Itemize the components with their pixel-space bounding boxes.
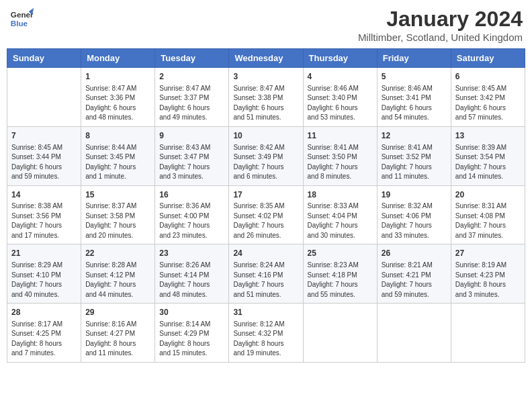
calendar-cell: 22Sunrise: 8:28 AM Sunset: 4:12 PM Dayli… [81,244,155,304]
cell-info: Sunrise: 8:37 AM Sunset: 3:58 PM Dayligh… [85,201,150,240]
calendar-cell: 20Sunrise: 8:31 AM Sunset: 4:08 PM Dayli… [451,185,525,244]
weekday-header-wednesday: Wednesday [229,49,303,68]
calendar-cell: 17Sunrise: 8:35 AM Sunset: 4:02 PM Dayli… [229,185,303,244]
calendar-cell [303,304,377,363]
day-number: 26 [382,248,447,259]
day-number: 18 [308,189,373,201]
day-number: 1 [85,71,150,83]
cell-info: Sunrise: 8:28 AM Sunset: 4:12 PM Dayligh… [85,261,150,300]
weekday-header-row: SundayMondayTuesdayWednesdayThursdayFrid… [7,49,525,68]
cell-info: Sunrise: 8:46 AM Sunset: 3:41 PM Dayligh… [382,84,447,123]
cell-info: Sunrise: 8:14 AM Sunset: 4:29 PM Dayligh… [159,320,224,359]
calendar-cell: 11Sunrise: 8:41 AM Sunset: 3:50 PM Dayli… [303,126,377,185]
calendar-cell: 23Sunrise: 8:26 AM Sunset: 4:14 PM Dayli… [155,244,229,304]
weekday-header-tuesday: Tuesday [155,49,229,68]
day-number: 8 [85,130,150,142]
calendar-cell: 29Sunrise: 8:16 AM Sunset: 4:27 PM Dayli… [81,304,155,363]
calendar-cell [7,68,81,127]
cell-info: Sunrise: 8:39 AM Sunset: 3:54 PM Dayligh… [455,143,521,182]
calendar-cell [451,304,525,363]
cell-info: Sunrise: 8:32 AM Sunset: 4:06 PM Dayligh… [382,201,447,240]
cell-info: Sunrise: 8:29 AM Sunset: 4:10 PM Dayligh… [11,261,77,300]
day-number: 29 [85,307,150,318]
cell-info: Sunrise: 8:46 AM Sunset: 3:40 PM Dayligh… [308,84,373,123]
day-number: 15 [85,189,150,201]
calendar-cell [377,304,451,363]
cell-info: Sunrise: 8:45 AM Sunset: 3:44 PM Dayligh… [11,143,77,182]
calendar-week-1: 1Sunrise: 8:47 AM Sunset: 3:36 PM Daylig… [7,68,525,127]
cell-info: Sunrise: 8:42 AM Sunset: 3:49 PM Dayligh… [233,143,298,182]
calendar-cell: 9Sunrise: 8:43 AM Sunset: 3:47 PM Daylig… [155,126,229,185]
day-number: 4 [308,71,373,83]
calendar-cell: 6Sunrise: 8:45 AM Sunset: 3:42 PM Daylig… [451,68,525,127]
day-number: 30 [159,307,224,318]
day-number: 27 [455,248,521,259]
day-number: 25 [308,248,373,259]
calendar-cell: 1Sunrise: 8:47 AM Sunset: 3:36 PM Daylig… [81,68,155,127]
calendar-cell: 3Sunrise: 8:47 AM Sunset: 3:38 PM Daylig… [229,68,303,127]
calendar-cell: 24Sunrise: 8:24 AM Sunset: 4:16 PM Dayli… [229,244,303,304]
day-number: 28 [11,307,77,318]
cell-info: Sunrise: 8:44 AM Sunset: 3:45 PM Dayligh… [85,143,150,182]
cell-info: Sunrise: 8:43 AM Sunset: 3:47 PM Dayligh… [159,143,224,182]
day-number: 2 [159,71,224,83]
calendar-week-3: 14Sunrise: 8:38 AM Sunset: 3:56 PM Dayli… [7,185,525,244]
day-number: 9 [159,130,224,142]
logo: General Blue [9,7,34,31]
cell-info: Sunrise: 8:26 AM Sunset: 4:14 PM Dayligh… [159,261,224,300]
cell-info: Sunrise: 8:12 AM Sunset: 4:32 PM Dayligh… [233,320,298,359]
day-number: 20 [455,189,521,201]
cell-info: Sunrise: 8:38 AM Sunset: 3:56 PM Dayligh… [11,201,77,240]
calendar-cell: 18Sunrise: 8:33 AM Sunset: 4:04 PM Dayli… [303,185,377,244]
logo-icon: General Blue [9,7,34,31]
calendar-cell: 13Sunrise: 8:39 AM Sunset: 3:54 PM Dayli… [451,126,525,185]
cell-info: Sunrise: 8:47 AM Sunset: 3:36 PM Dayligh… [85,84,150,123]
calendar-cell: 14Sunrise: 8:38 AM Sunset: 3:56 PM Dayli… [7,185,81,244]
calendar-week-4: 21Sunrise: 8:29 AM Sunset: 4:10 PM Dayli… [7,244,525,304]
cell-info: Sunrise: 8:17 AM Sunset: 4:25 PM Dayligh… [11,320,77,359]
calendar-cell: 16Sunrise: 8:36 AM Sunset: 4:00 PM Dayli… [155,185,229,244]
cell-info: Sunrise: 8:31 AM Sunset: 4:08 PM Dayligh… [455,201,521,240]
calendar-cell: 19Sunrise: 8:32 AM Sunset: 4:06 PM Dayli… [377,185,451,244]
day-number: 21 [11,248,77,259]
calendar-cell: 5Sunrise: 8:46 AM Sunset: 3:41 PM Daylig… [377,68,451,127]
weekday-header-sunday: Sunday [7,49,81,68]
calendar-cell: 12Sunrise: 8:41 AM Sunset: 3:52 PM Dayli… [377,126,451,185]
location-title: Milltimber, Scotland, United Kingdom [358,32,523,43]
page-header: General Blue January 2024 Milltimber, Sc… [7,7,525,43]
day-number: 17 [233,189,298,201]
calendar-cell: 8Sunrise: 8:44 AM Sunset: 3:45 PM Daylig… [81,126,155,185]
calendar-table: SundayMondayTuesdayWednesdayThursdayFrid… [7,48,525,363]
calendar-cell: 30Sunrise: 8:14 AM Sunset: 4:29 PM Dayli… [155,304,229,363]
cell-info: Sunrise: 8:24 AM Sunset: 4:16 PM Dayligh… [233,261,298,300]
day-number: 5 [382,71,447,83]
day-number: 22 [85,248,150,259]
cell-info: Sunrise: 8:21 AM Sunset: 4:21 PM Dayligh… [382,261,447,300]
cell-info: Sunrise: 8:23 AM Sunset: 4:18 PM Dayligh… [308,261,373,300]
day-number: 24 [233,248,298,259]
cell-info: Sunrise: 8:33 AM Sunset: 4:04 PM Dayligh… [308,201,373,240]
calendar-cell: 21Sunrise: 8:29 AM Sunset: 4:10 PM Dayli… [7,244,81,304]
day-number: 23 [159,248,224,259]
day-number: 16 [159,189,224,201]
day-number: 11 [308,130,373,142]
cell-info: Sunrise: 8:41 AM Sunset: 3:50 PM Dayligh… [308,143,373,182]
calendar-cell: 31Sunrise: 8:12 AM Sunset: 4:32 PM Dayli… [229,304,303,363]
weekday-header-saturday: Saturday [451,49,525,68]
calendar-cell: 15Sunrise: 8:37 AM Sunset: 3:58 PM Dayli… [81,185,155,244]
weekday-header-monday: Monday [81,49,155,68]
day-number: 6 [455,71,521,83]
weekday-header-thursday: Thursday [303,49,377,68]
cell-info: Sunrise: 8:36 AM Sunset: 4:00 PM Dayligh… [159,201,224,240]
calendar-cell: 4Sunrise: 8:46 AM Sunset: 3:40 PM Daylig… [303,68,377,127]
calendar-week-5: 28Sunrise: 8:17 AM Sunset: 4:25 PM Dayli… [7,304,525,363]
day-number: 3 [233,71,298,83]
calendar-cell: 2Sunrise: 8:47 AM Sunset: 3:37 PM Daylig… [155,68,229,127]
calendar-cell: 25Sunrise: 8:23 AM Sunset: 4:18 PM Dayli… [303,244,377,304]
title-block: January 2024 Milltimber, Scotland, Unite… [358,7,523,43]
cell-info: Sunrise: 8:45 AM Sunset: 3:42 PM Dayligh… [455,84,521,123]
day-number: 10 [233,130,298,142]
cell-info: Sunrise: 8:47 AM Sunset: 3:37 PM Dayligh… [159,84,224,123]
calendar-cell: 26Sunrise: 8:21 AM Sunset: 4:21 PM Dayli… [377,244,451,304]
calendar-cell: 28Sunrise: 8:17 AM Sunset: 4:25 PM Dayli… [7,304,81,363]
